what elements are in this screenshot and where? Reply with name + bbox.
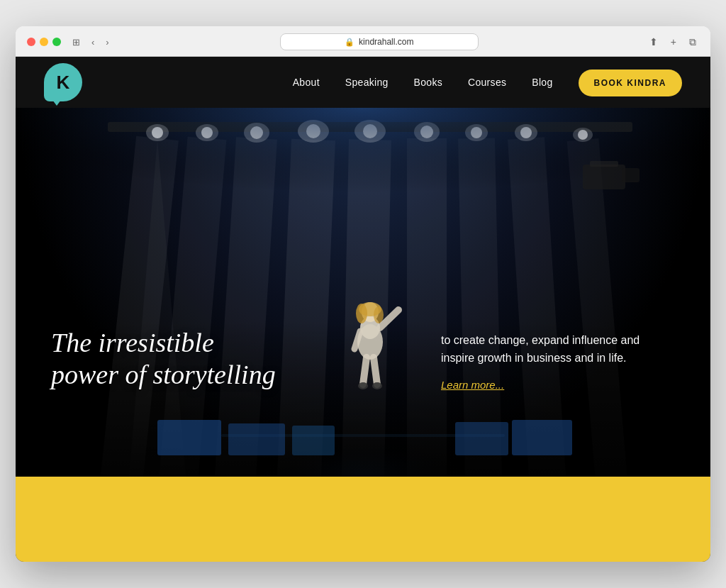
main-nav: K About Speaking Books Courses Blog xyxy=(16,57,710,108)
nav-link-about[interactable]: About xyxy=(293,77,320,88)
logo-letter: K xyxy=(57,72,70,94)
website-content: K About Speaking Books Courses Blog xyxy=(16,57,710,562)
stage-background xyxy=(16,108,710,477)
yellow-section xyxy=(16,477,710,562)
nav-item-about[interactable]: About xyxy=(293,76,320,89)
minimize-button[interactable] xyxy=(40,38,48,46)
address-bar-area: 🔒 kindrahall.com xyxy=(121,33,638,50)
nav-item-cta[interactable]: BOOK KINDRA xyxy=(579,76,683,89)
nav-links: About Speaking Books Courses Blog BOOK K… xyxy=(293,76,682,89)
nav-link-books[interactable]: Books xyxy=(414,77,442,88)
nav-item-speaking[interactable]: Speaking xyxy=(345,76,389,89)
headline-line2: power of storytelling xyxy=(51,360,276,389)
browser-chrome: ⊞ ‹ › 🔒 kindrahall.com ⬆ + ⧉ xyxy=(16,26,710,57)
chrome-right-controls: ⬆ + ⧉ xyxy=(647,35,699,50)
nav-item-courses[interactable]: Courses xyxy=(468,76,506,89)
nav-link-blog[interactable]: Blog xyxy=(532,77,552,88)
hero-text-left: The irresistible power of storytelling xyxy=(51,327,276,392)
maximize-button[interactable] xyxy=(52,38,61,46)
hero-headline: The irresistible power of storytelling xyxy=(51,327,276,392)
address-bar[interactable]: 🔒 kindrahall.com xyxy=(280,33,479,50)
headline-line1: The irresistible xyxy=(51,328,214,357)
browser-window: ⊞ ‹ › 🔒 kindrahall.com ⬆ + ⧉ K xyxy=(16,26,710,562)
close-button[interactable] xyxy=(27,38,35,46)
learn-more-link[interactable]: Learn more... xyxy=(441,379,504,391)
nav-link-speaking[interactable]: Speaking xyxy=(345,77,389,88)
traffic-lights xyxy=(27,38,61,46)
hero-section: The irresistible power of storytelling t… xyxy=(16,108,710,477)
url-text: kindrahall.com xyxy=(359,37,413,47)
hero-text-right: to create change, expand influence and i… xyxy=(441,331,654,392)
tabs-button[interactable]: ⧉ xyxy=(686,35,699,50)
lock-icon: 🔒 xyxy=(345,38,354,47)
nav-link-courses[interactable]: Courses xyxy=(468,77,506,88)
nav-cta-button[interactable]: BOOK KINDRA xyxy=(579,70,683,96)
site-logo[interactable]: K xyxy=(44,63,82,101)
window-controls: ⊞ ‹ › xyxy=(69,35,112,49)
window-resize-icon[interactable]: ⊞ xyxy=(69,35,83,49)
forward-button[interactable]: › xyxy=(103,35,111,49)
new-tab-button[interactable]: + xyxy=(668,35,679,49)
share-button[interactable]: ⬆ xyxy=(647,35,661,49)
hero-subtext: to create change, expand influence and i… xyxy=(441,331,654,367)
nav-item-blog[interactable]: Blog xyxy=(532,76,552,89)
nav-item-books[interactable]: Books xyxy=(414,76,442,89)
back-button[interactable]: ‹ xyxy=(89,35,97,49)
